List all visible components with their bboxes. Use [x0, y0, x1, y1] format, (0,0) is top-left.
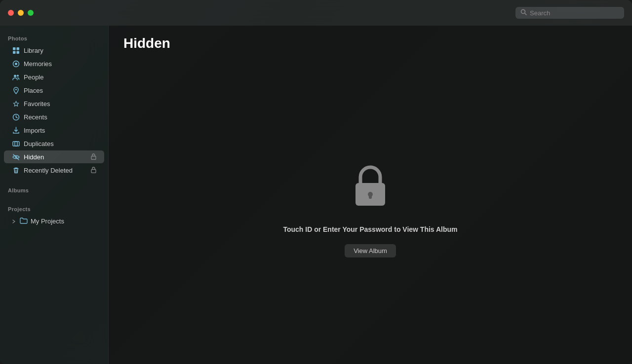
svg-point-8 — [14, 74, 16, 77]
people-label: People — [24, 73, 96, 81]
svg-point-0 — [521, 10, 525, 14]
sidebar-item-places[interactable]: Places — [4, 84, 104, 97]
my-projects-label: My Projects — [31, 218, 96, 225]
minimize-button[interactable] — [18, 10, 24, 16]
albums-section-label: Albums — [0, 183, 108, 195]
recently-deleted-icon — [12, 166, 20, 174]
duplicates-label: Duplicates — [24, 140, 96, 147]
svg-rect-20 — [369, 194, 372, 199]
page-title: Hidden — [123, 36, 617, 51]
app-window: Photos Library — [0, 0, 632, 364]
imports-label: Imports — [24, 127, 96, 134]
lock-message: Touch ID or Enter Your Password to View … — [283, 225, 457, 233]
people-icon — [12, 73, 20, 81]
sidebar-item-library[interactable]: Library — [4, 44, 104, 57]
lock-icon — [351, 163, 390, 208]
sidebar: Photos Library — [0, 26, 109, 364]
sidebar-item-imports[interactable]: Imports — [4, 124, 104, 137]
memories-label: Memories — [24, 60, 96, 68]
favorites-icon — [12, 100, 20, 108]
svg-rect-3 — [16, 47, 19, 50]
traffic-lights — [8, 10, 34, 16]
sidebar-item-hidden[interactable]: Hidden — [4, 150, 104, 163]
view-album-button[interactable]: View Album — [345, 244, 396, 257]
folder-icon — [20, 217, 28, 225]
imports-icon — [12, 126, 20, 134]
sidebar-item-people[interactable]: People — [4, 71, 104, 83]
maximize-button[interactable] — [28, 10, 34, 16]
recents-icon — [12, 113, 20, 121]
content-area: Hidden Touch ID or Enter Your Password t… — [109, 26, 632, 364]
sidebar-item-favorites[interactable]: Favorites — [4, 97, 104, 110]
sidebar-item-duplicates[interactable]: Duplicates — [4, 137, 104, 150]
places-icon — [12, 86, 20, 94]
library-label: Library — [24, 47, 96, 54]
photos-grid-icon — [12, 46, 20, 54]
content-header: Hidden — [109, 26, 632, 56]
svg-rect-16 — [91, 156, 96, 159]
svg-rect-17 — [91, 169, 96, 173]
sidebar-item-memories[interactable]: Memories — [4, 57, 104, 70]
content-body: Touch ID or Enter Your Password to View … — [109, 56, 632, 364]
svg-point-7 — [15, 63, 17, 65]
main-area: Photos Library — [0, 26, 632, 364]
search-icon — [520, 9, 527, 17]
search-bar[interactable] — [515, 7, 624, 19]
recently-deleted-label: Recently Deleted — [24, 167, 87, 174]
svg-point-10 — [15, 89, 17, 90]
lock-illustration — [351, 163, 390, 208]
recents-label: Recents — [24, 113, 96, 121]
memories-icon — [12, 60, 20, 68]
photos-section-label: Photos — [0, 32, 108, 43]
hidden-icon — [12, 153, 20, 161]
places-label: Places — [24, 87, 96, 94]
svg-line-1 — [525, 13, 526, 15]
sidebar-item-recents[interactable]: Recents — [4, 110, 104, 123]
svg-rect-2 — [13, 47, 16, 50]
hidden-label: Hidden — [24, 153, 87, 161]
recently-deleted-lock-icon — [91, 167, 96, 174]
svg-rect-4 — [13, 51, 16, 54]
search-input[interactable] — [530, 9, 619, 17]
hidden-lock-icon — [91, 153, 96, 161]
svg-line-15 — [13, 154, 19, 160]
svg-point-9 — [17, 74, 19, 76]
chevron-right-icon — [12, 219, 17, 224]
duplicates-icon — [12, 140, 20, 147]
sidebar-item-recently-deleted[interactable]: Recently Deleted — [4, 164, 104, 177]
close-button[interactable] — [8, 10, 14, 16]
titlebar — [0, 0, 632, 26]
projects-section-label: Projects — [0, 202, 108, 214]
sidebar-item-my-projects[interactable]: My Projects — [4, 215, 104, 228]
svg-rect-5 — [16, 51, 19, 54]
favorites-label: Favorites — [24, 100, 96, 108]
